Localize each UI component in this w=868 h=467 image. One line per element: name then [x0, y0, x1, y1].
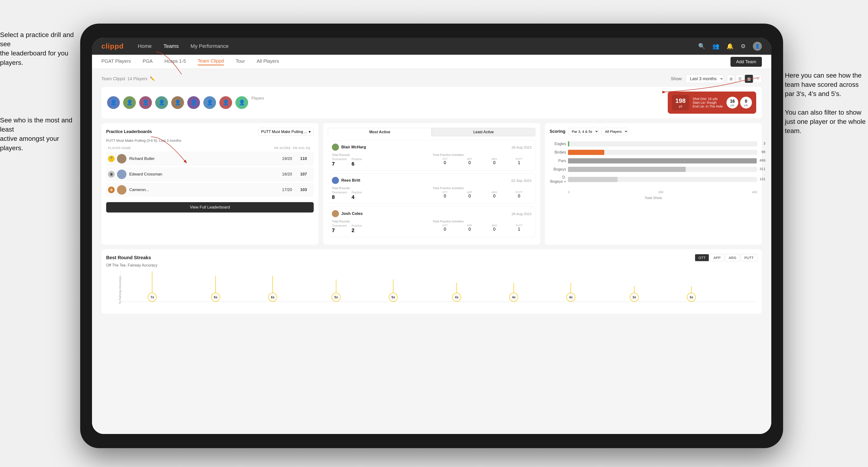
team-player-count: 14 Players [127, 76, 148, 81]
streaks-card: Best Round Streaks OTT APP ARG PUTT Off … [101, 249, 762, 314]
scoring-title: Scoring [550, 129, 565, 134]
leaderboard-dropdown[interactable]: PUTT Must Make Putting ... ▾ [258, 128, 314, 135]
streak-line-2 [215, 276, 216, 293]
streak-badge-6: 4x [452, 293, 461, 302]
bell-icon[interactable]: 🔔 [726, 43, 734, 50]
search-icon[interactable]: 🔍 [698, 43, 705, 50]
player-avatar-4[interactable]: 👤 [155, 96, 168, 109]
streaks-tab-putt[interactable]: PUTT [741, 254, 757, 261]
bar-label-eagles: Eagles [550, 142, 566, 146]
lb-name-3: Cameron... [129, 187, 279, 192]
settings-icon[interactable]: ⚙ [741, 43, 746, 50]
streak-line-9 [634, 286, 634, 293]
nav-link-my-performance[interactable]: My Performance [191, 43, 228, 49]
lb-avatar-2 [117, 169, 126, 179]
lb-avg-1: 110 [295, 156, 312, 161]
shot-circles: 16 yds 0 yds [726, 97, 752, 108]
leaderboard-row-2[interactable]: ② Edward Crossman 18/20 107 [106, 167, 314, 181]
bar-label-pars: Pars [550, 159, 566, 163]
show-select[interactable]: Last 3 months Last 6 months Last year [686, 74, 724, 83]
nav-link-home[interactable]: Home [138, 43, 152, 49]
leaderboard-col-headers: PLAYER NAME PB SCORE PB AVG SQ [106, 146, 314, 150]
subnav-pga[interactable]: PGA [143, 59, 153, 65]
activity-row-3-stats: Total Rounds Tournament 7 Practice 2 [332, 220, 531, 234]
bar-track-dbogeys: 131 [568, 177, 757, 182]
add-team-button[interactable]: Add Team [731, 57, 762, 67]
players-label: Players [251, 96, 264, 109]
players-avatars: 👤 👤 👤 👤 👤 👤 [107, 96, 668, 109]
player-avatar-1[interactable]: 👤 [107, 96, 120, 109]
bar-label-dbogeys: D. Bogeys + [550, 175, 566, 184]
nav-link-teams[interactable]: Teams [163, 43, 179, 49]
streaks-tab-ott[interactable]: OTT [695, 254, 709, 261]
player-avatar-8[interactable]: 👤 [219, 96, 232, 109]
streaks-header: Best Round Streaks OTT APP ARG PUTT [106, 254, 757, 261]
people-icon[interactable]: 👥 [712, 43, 719, 50]
avatar[interactable]: 👤 [753, 42, 762, 51]
streaks-tab-arg[interactable]: ARG [725, 254, 740, 261]
streak-badge-2: 6x [211, 293, 220, 302]
rank-silver: ② [108, 171, 115, 178]
tab-most-active[interactable]: Most Active [328, 128, 432, 136]
streak-line-4 [336, 280, 336, 293]
player-avatar-7[interactable]: 👤 [203, 96, 216, 109]
streak-point-5: 5x [389, 280, 398, 302]
sort-view-button[interactable]: ↕ [754, 75, 762, 83]
activity-row-2-top: Rees Britt 02 Sep 2023 [332, 177, 531, 184]
subnav-pgat[interactable]: PGAT Players [101, 59, 131, 65]
bar-row-dbogeys: D. Bogeys + 131 [550, 175, 757, 184]
total-practice-group-2: Total Practice Activities OTT0 APP0 ARG0… [433, 186, 531, 200]
tab-least-active[interactable]: Least Active [432, 128, 535, 136]
view-full-leaderboard-button[interactable]: View Full Leaderboard [106, 202, 314, 213]
list-view-button[interactable]: ☰ [736, 75, 744, 83]
leaderboard-row-3[interactable]: ③ Cameron... 17/20 103 [106, 183, 314, 197]
rank-gold: 🥇 [108, 155, 115, 162]
streaks-tab-app[interactable]: APP [710, 254, 724, 261]
rank-bronze: ③ [108, 187, 115, 193]
bar-row-eagles: Eagles 3 [550, 141, 757, 147]
streak-line-10 [691, 286, 691, 293]
scoring-filter-players[interactable]: All Players [601, 128, 628, 135]
subnav-team-clippd[interactable]: Team Clippd [198, 58, 224, 65]
bar-fill-birdies [568, 150, 604, 155]
card-view-button[interactable]: ▦ [745, 75, 753, 83]
scoring-card: Scoring Par 3, 4 & 5s Par 3s Par 4s Par … [545, 123, 762, 245]
leaderboard-row-1[interactable]: 🥇 Richard Butler 19/20 110 [106, 152, 314, 166]
streaks-title: Best Round Streaks [106, 255, 151, 260]
streak-badge-9: 3x [630, 293, 639, 302]
streak-badge-8: 4x [566, 293, 575, 302]
player-avatar-9[interactable]: 👤 [236, 96, 248, 109]
subnav-all-players[interactable]: All Players [257, 59, 279, 65]
player-avatar-3[interactable]: 👤 [139, 96, 152, 109]
chart-x-axis: 0 200 400 [550, 190, 757, 194]
player-avatar-2[interactable]: 👤 [123, 96, 136, 109]
bar-fill-bogeys [568, 167, 686, 172]
streak-point-8: 4x [566, 283, 575, 302]
streak-line-3 [272, 276, 273, 293]
practice-leaderboards-card: Practice Leaderboards PUTT Must Make Put… [101, 123, 318, 245]
streak-point-1: 7x [148, 272, 157, 302]
scoring-filter-par[interactable]: Par 3, 4 & 5s Par 3s Par 4s Par 5s [568, 128, 599, 135]
bar-fill-eagles [568, 141, 569, 147]
leaderboard-header-row: Practice Leaderboards PUTT Must Make Put… [106, 128, 314, 135]
ipad-frame: clippd Home Teams My Performance 🔍 👥 🔔 ⚙… [80, 24, 783, 448]
grid-view-button[interactable]: ⊞ [727, 75, 735, 83]
streaks-tabs: OTT APP ARG PUTT [695, 254, 757, 261]
show-controls: Show: Last 3 months Last 6 months Last y… [671, 74, 762, 83]
player-avatar-6[interactable]: 👤 [187, 96, 200, 109]
streak-point-3: 6x [268, 276, 277, 302]
subnav-tour[interactable]: Tour [236, 59, 245, 65]
lb-avg-2: 107 [295, 172, 312, 177]
lb-score-2: 18/20 [279, 172, 295, 177]
streak-point-6: 4x [452, 283, 461, 302]
team-title: Team Clippd 14 Players ✏️ [101, 76, 155, 81]
activity-row-1: Blair McHarg 26 Aug 2023 Total Rounds To… [328, 140, 535, 170]
edit-icon[interactable]: ✏️ [150, 76, 155, 81]
sub-nav-right: Add Team [731, 57, 762, 67]
player-avatar-5[interactable]: 👤 [171, 96, 184, 109]
annotation-left1: Select a practice drill and see the lead… [0, 30, 80, 67]
annotation-left2: See who is the most and least active amo… [0, 116, 80, 153]
subnav-hcaps[interactable]: Hcaps 1-5 [164, 59, 186, 65]
bar-value-birdies: 96 [762, 150, 766, 154]
total-rounds-group-1: Total Rounds Tournament 7 Practice 6 [332, 153, 431, 167]
